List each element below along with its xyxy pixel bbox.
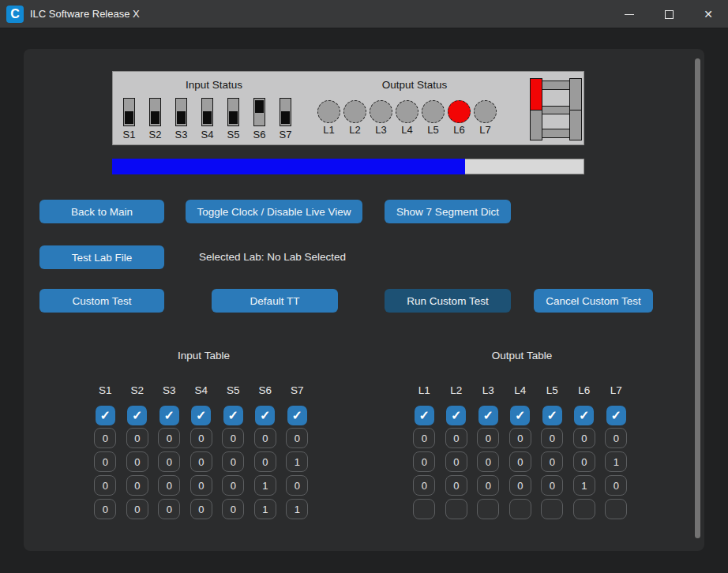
input_table-cell-s7-row3[interactable]: 1: [286, 499, 308, 519]
input_table-cell-s6-row1[interactable]: 0: [254, 451, 276, 472]
output_table-cell-l4-row1[interactable]: 0: [509, 451, 531, 472]
input_table-cell-s7-row1[interactable]: 1: [286, 451, 308, 472]
output_table-cell-l7-row1[interactable]: 1: [605, 451, 627, 472]
output_table-cell-l3-row0[interactable]: 0: [477, 428, 499, 448]
column-header-l5: L5: [546, 384, 558, 396]
check-icon: ✓: [451, 406, 461, 425]
input_table-checkbox-s4[interactable]: ✓: [191, 406, 211, 425]
check-icon: ✓: [228, 406, 238, 425]
test-lab-file-button[interactable]: Test Lab File: [39, 245, 164, 269]
input_table-cell-s4-row3[interactable]: 0: [190, 499, 212, 519]
output_table-cell-l1-row3[interactable]: [413, 499, 435, 519]
scrollbar[interactable]: [695, 58, 700, 538]
input_table-checkbox-s1[interactable]: ✓: [96, 406, 115, 425]
cell-value: 0: [167, 480, 172, 492]
input_table-cell-s4-row1[interactable]: 0: [190, 451, 212, 472]
output_table-cell-l1-row0[interactable]: 0: [413, 428, 435, 448]
output_table-cell-l2-row0[interactable]: 0: [445, 428, 467, 448]
output_table-cell-l3-row1[interactable]: 0: [477, 451, 499, 472]
output_table-cell-l1-row2[interactable]: 0: [413, 475, 435, 496]
input_table-cell-s5-row2[interactable]: 0: [222, 475, 244, 496]
output_table-checkbox-l2[interactable]: ✓: [446, 406, 466, 425]
input_table-cell-s1-row1[interactable]: 0: [94, 451, 116, 472]
output_table-cell-l4-row2[interactable]: 0: [509, 475, 531, 496]
show-7-segment-dict-button[interactable]: Show 7 Segment Dict: [385, 200, 511, 223]
input_table-cell-s2-row0[interactable]: 0: [126, 428, 148, 448]
input_table-cell-s4-row2[interactable]: 0: [190, 475, 212, 496]
progress-bar: [112, 159, 584, 174]
output_table-checkbox-l6[interactable]: ✓: [574, 406, 594, 425]
output_table-cell-l6-row2[interactable]: 1: [573, 475, 595, 496]
output_table-cell-l5-row2[interactable]: 0: [541, 475, 563, 496]
input_table-cell-s6-row3[interactable]: 1: [254, 499, 276, 519]
output_table-checkbox-l4[interactable]: ✓: [510, 406, 530, 425]
output_table-cell-l7-row0[interactable]: 0: [605, 428, 627, 448]
run-custom-test-button[interactable]: Run Custom Test: [385, 289, 511, 313]
output_table-cell-l6-row1[interactable]: 0: [573, 451, 595, 472]
input_table-cell-s5-row0[interactable]: 0: [222, 428, 244, 448]
input_table-header-row: S1S2S3S4S5S6S7: [89, 384, 313, 396]
output_table-checkbox-l5[interactable]: ✓: [542, 406, 562, 425]
input_table-cell-s2-row2[interactable]: 0: [126, 475, 148, 496]
segment-d: [542, 129, 570, 138]
output_table-cell-l1-row1[interactable]: 0: [413, 451, 435, 472]
custom-test-button[interactable]: Custom Test: [39, 289, 164, 313]
input_table-cell-s7-row2[interactable]: 0: [286, 475, 308, 496]
input_table-checkbox-s6[interactable]: ✓: [255, 406, 275, 425]
input_table-checkbox-s7[interactable]: ✓: [287, 406, 307, 425]
output_table-cell-l6-row3[interactable]: [573, 499, 595, 519]
output_table-cell-l5-row3[interactable]: [541, 499, 563, 519]
input_table-cell-s3-row0[interactable]: 0: [158, 428, 180, 448]
cell-value: 1: [295, 456, 300, 468]
close-button[interactable]: ✕: [689, 0, 728, 28]
output_table-checkbox-l3[interactable]: ✓: [478, 406, 498, 425]
back-to-main-button[interactable]: Back to Main: [39, 200, 164, 223]
input_table-cell-s5-row3[interactable]: 0: [222, 499, 244, 519]
input_table-cell-s2-row3[interactable]: 0: [126, 499, 148, 519]
output_table-cell-l5-row1[interactable]: 0: [541, 451, 563, 472]
switch-label: S5: [227, 129, 240, 140]
input_table-checkbox-s2[interactable]: ✓: [127, 406, 147, 425]
input_table-cell-s3-row2[interactable]: 0: [158, 475, 180, 496]
output_table-cell-l6-row0[interactable]: 0: [573, 428, 595, 448]
output_table-cell-l2-row1[interactable]: 0: [445, 451, 467, 472]
switch-knob-icon: [255, 100, 264, 113]
input_table-cell-s1-row0[interactable]: 0: [94, 428, 116, 448]
input_table-cell-s7-row0[interactable]: 0: [286, 428, 308, 448]
output_table-cell-l2-row2[interactable]: 0: [445, 475, 467, 496]
input_table-checkbox-s3[interactable]: ✓: [159, 406, 179, 425]
output_table-checkbox-l1[interactable]: ✓: [415, 406, 434, 425]
input_table-cell-s1-row2[interactable]: 0: [94, 475, 116, 496]
input_table-cell-s2-row1[interactable]: 0: [126, 451, 148, 472]
input_table-cell-s5-row1[interactable]: 0: [222, 451, 244, 472]
cell-value: 0: [486, 456, 491, 468]
input_table-checkbox-s5[interactable]: ✓: [223, 406, 243, 425]
input_table-cell-s3-row3[interactable]: 0: [158, 499, 180, 519]
cancel-custom-test-button[interactable]: Cancel Custom Test: [534, 289, 653, 313]
led-indicator: [396, 100, 418, 123]
output_table-cell-l7-row3[interactable]: [605, 499, 627, 519]
maximize-button[interactable]: [649, 0, 689, 28]
output_table-cell-l3-row3[interactable]: [477, 499, 499, 519]
minimize-button[interactable]: [610, 0, 649, 28]
output_table-cell-l5-row0[interactable]: 0: [541, 428, 563, 448]
input_table-cell-s1-row3[interactable]: 0: [94, 499, 116, 519]
output_table-cell-l4-row3[interactable]: [509, 499, 531, 519]
input_table-cell-s3-row1[interactable]: 0: [158, 451, 180, 472]
input_table-cell-s4-row0[interactable]: 0: [190, 428, 212, 448]
input_table-cell-s6-row0[interactable]: 0: [254, 428, 276, 448]
output_table-checkbox-l7[interactable]: ✓: [606, 406, 626, 425]
input_table-value-row-2: 0000010: [89, 475, 313, 496]
segment-g: [542, 106, 570, 114]
output_table-cell-l7-row2[interactable]: 0: [605, 475, 627, 496]
output_table-cell-l3-row2[interactable]: 0: [477, 475, 499, 496]
toggle-clock-button[interactable]: Toggle Clock / Disable Live View: [186, 200, 362, 223]
cell-value: 0: [134, 433, 140, 444]
output_table-cell-l2-row3[interactable]: [445, 499, 467, 519]
switch-knob-icon: [281, 111, 290, 124]
input_table-cell-s6-row2[interactable]: 1: [254, 475, 276, 496]
output_table-cell-l4-row0[interactable]: 0: [509, 428, 531, 448]
default-tt-button[interactable]: Default TT: [212, 289, 338, 313]
cell-value: 0: [134, 480, 140, 492]
switch-knob-icon: [229, 111, 238, 124]
